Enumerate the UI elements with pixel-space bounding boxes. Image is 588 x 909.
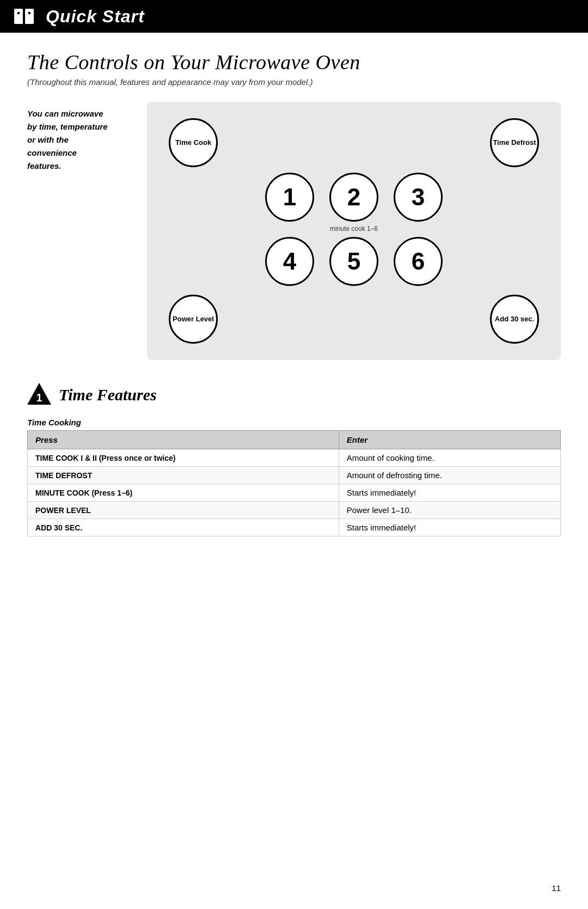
add30-label: Add 30 sec. [495,315,534,324]
side-text-line4: convenience [27,148,77,157]
table-cell-press: POWER LEVEL [28,502,339,519]
table-row: ADD 30 SEC.Starts immediately! [28,519,561,536]
minute-cook-label: minute cook 1–6 [330,225,378,233]
header-title: Quick Start [46,7,145,27]
page-subtitle: (Throughout this manual, features and ap… [27,77,561,87]
table-cell-enter: Starts immediately! [339,484,560,502]
time-cook-button[interactable]: Time Cook [169,118,218,167]
section-title: Time Features [59,386,157,404]
num-button-4[interactable]: 4 [265,237,314,286]
panel-bottom-row: Power Level Add 30 sec. [169,295,539,344]
table-cell-enter: Power level 1–10. [339,502,560,519]
table-col1-header: Press [28,431,339,449]
section-number-triangle-icon: 1 [27,382,51,406]
panel-num-row-2: 4 5 6 [169,237,539,286]
table-row: MINUTE COOK (Press 1–6)Starts immediatel… [28,484,561,502]
brand-logo [11,4,37,28]
table-col2-header: Enter [339,431,560,449]
table-cell-press: TIME DEFROST [28,467,339,484]
panel-num-row-1: 1 2 3 [169,173,539,222]
num-button-3[interactable]: 3 [394,173,443,222]
page-title: The Controls on Your Microwave Oven [27,50,561,74]
side-text-line2: by time, temperature [27,122,108,131]
control-panel: Time Cook Time Defrost 1 2 3 minute cook… [147,102,561,360]
features-table: Press Enter TIME COOK I & II (Press once… [27,430,561,536]
table-cell-enter: Amount of defrosting time. [339,467,560,484]
power-level-label: Power Level [173,315,214,324]
num-button-1[interactable]: 1 [265,173,314,222]
time-cook-label: Time Cook [175,138,211,147]
header-bar: Quick Start [0,0,588,33]
table-header-row: Press Enter [28,431,561,449]
side-text-line3: or with the [27,135,69,144]
side-description: You can microwave by time, temperature o… [27,102,131,360]
table-cell-enter: Starts immediately! [339,519,560,536]
num-button-2[interactable]: 2 [329,173,378,222]
time-defrost-label: Time Defrost [493,138,536,147]
add30-button[interactable]: Add 30 sec. [490,295,539,344]
table-cell-press: MINUTE COOK (Press 1–6) [28,484,339,502]
svg-rect-3 [28,12,30,14]
svg-rect-1 [25,9,34,24]
num-button-6[interactable]: 6 [394,237,443,286]
table-row: TIME DEFROSTAmount of defrosting time. [28,467,561,484]
time-cooking-label: Time Cooking [27,418,561,427]
table-cell-enter: Amount of cooking time. [339,449,560,467]
table-row: POWER LEVELPower level 1–10. [28,502,561,519]
time-defrost-button[interactable]: Time Defrost [490,118,539,167]
side-text-line1: You can microwave [27,109,103,118]
svg-text:1: 1 [36,392,42,404]
panel-top-row: Time Cook Time Defrost [169,118,539,167]
table-cell-press: TIME COOK I & II (Press once or twice) [28,449,339,467]
control-section: You can microwave by time, temperature o… [27,102,561,360]
power-level-button[interactable]: Power Level [169,295,218,344]
side-text-line5: features. [27,161,62,170]
num-button-5[interactable]: 5 [329,237,378,286]
svg-rect-0 [14,9,23,24]
page-number: 11 [552,883,561,893]
table-row: TIME COOK I & II (Press once or twice)Am… [28,449,561,467]
svg-rect-2 [17,12,20,14]
table-cell-press: ADD 30 SEC. [28,519,339,536]
section-heading: 1 Time Features [27,382,561,408]
main-content: The Controls on Your Microwave Oven (Thr… [0,33,588,558]
